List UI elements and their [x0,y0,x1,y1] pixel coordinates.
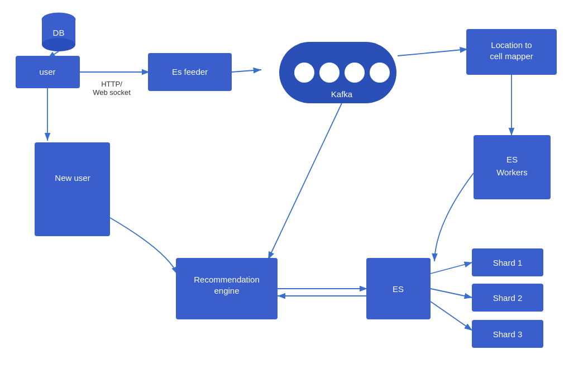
kafka-dot1 [294,63,314,83]
db-label: DB [53,28,65,37]
arrow-es-shard2 [431,289,472,298]
es-workers-line1: ES [506,155,518,164]
rec-engine-line2: engine [214,286,239,295]
arrow-es-shard3 [431,302,472,331]
arrow-es-shard1 [431,262,472,274]
location-mapper-line1: Location to [491,40,532,50]
rec-engine-line1: Recommendation [194,275,260,284]
user-label: user [39,67,55,76]
kafka-dot2 [319,63,340,83]
http-label: HTTP/ [101,80,122,88]
arrow-esfeeder-kafka [232,70,261,72]
websocket-label: Web socket [93,88,131,97]
arrow-newuser-recengine [110,218,178,275]
kafka-dot3 [345,63,365,83]
es-workers-line2: Workers [496,168,528,177]
db-bottom [42,38,75,51]
db-top2 [42,13,75,26]
location-mapper-line2: cell mapper [490,51,533,61]
architecture-diagram: DB user HTTP/ Web socket New user Es fee… [0,0,588,378]
new-user-label: New user [55,173,90,183]
es-feeder-label: Es feeder [172,67,208,76]
es-label: ES [393,284,404,294]
shard2-label: Shard 2 [493,293,523,303]
new-user-box [35,142,110,236]
arrow-kafka-recengine [268,103,342,260]
shard1-label: Shard 1 [493,258,523,267]
arrow-esworkers-es [434,173,474,261]
kafka-dot4 [370,63,390,83]
arrow-kafka-locationmapper [398,49,468,56]
shard3-label: Shard 3 [493,329,523,339]
kafka-label: Kafka [331,89,353,99]
